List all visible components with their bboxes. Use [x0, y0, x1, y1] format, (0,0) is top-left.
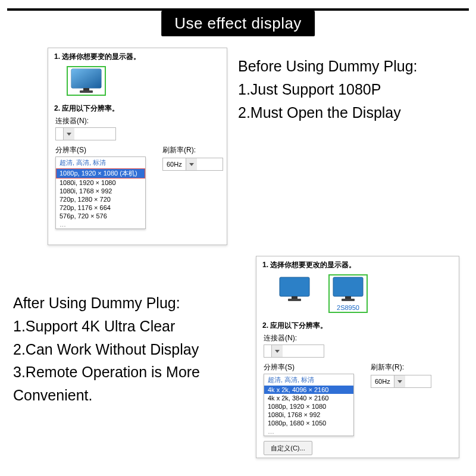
adapter-label: 连接器(N): [264, 333, 453, 343]
before-bullet: 2.Must Open the Display [238, 101, 458, 124]
svg-rect-6 [288, 299, 301, 301]
display-thumbnail-2[interactable]: 2S8950 [330, 276, 366, 311]
list-item[interactable]: 4k x 2k, 4096 × 2160 [264, 386, 353, 394]
list-item[interactable]: … [264, 427, 353, 436]
svg-rect-9 [342, 299, 355, 301]
list-item[interactable]: 720p, 1176 × 664 [56, 203, 145, 212]
display-thumbnail-1[interactable] [68, 68, 104, 94]
adapter-combobox[interactable] [264, 345, 324, 358]
chevron-down-icon [271, 345, 283, 357]
list-item[interactable]: 576p, 720 × 576 [56, 212, 145, 220]
monitor-icon [278, 276, 311, 302]
list-item[interactable]: 1080i, 1920 × 1080 [56, 178, 145, 187]
resolution-label: 分辨率(S) [55, 145, 140, 155]
refresh-label: 刷新率(R): [162, 145, 217, 155]
resolution-listbox[interactable]: 超清, 高清, 标清 4k x 2k, 4096 × 2160 4k x 2k,… [264, 374, 354, 436]
list-item[interactable]: 1080i, 1768 × 992 [264, 411, 353, 419]
chevron-down-icon [186, 158, 197, 170]
list-item[interactable]: 1080i, 1768 × 992 [56, 187, 145, 195]
refresh-value: 60Hz [371, 378, 394, 385]
adapter-label: 连接器(N): [55, 116, 221, 126]
refresh-value: 60Hz [163, 161, 186, 168]
chevron-down-icon [394, 375, 405, 387]
monitor-icon [70, 68, 102, 94]
list-item[interactable]: 1080p, 1680 × 1050 [264, 419, 353, 427]
svg-rect-8 [345, 296, 351, 299]
list-item[interactable]: 4k x 2k, 3840 × 2160 [264, 394, 353, 402]
refresh-combobox[interactable]: 60Hz [371, 375, 431, 388]
before-heading: Before Using Dummy Plug: [238, 55, 458, 78]
step-2-label: 2. 应用以下分辨率。 [262, 321, 453, 331]
display-thumbnail-1[interactable] [277, 276, 312, 311]
resolution-listbox[interactable]: 超清, 高清, 标清 1080p, 1920 × 1080 (本机) 1080i… [55, 156, 146, 229]
step-1-label: 1. 选择你想要变的显示器。 [54, 52, 221, 62]
refresh-label: 刷新率(R): [371, 362, 425, 372]
svg-rect-1 [71, 69, 101, 88]
list-header: 超清, 高清, 标清 [56, 157, 145, 168]
display-caption: 2S8950 [330, 304, 366, 311]
monitor-icon [332, 276, 364, 302]
step-2-label: 2. 应用以下分辨率。 [54, 104, 221, 114]
list-header: 超清, 高清, 标清 [264, 374, 353, 386]
step-1-label: 1. 选择你想要更改的显示器。 [262, 260, 453, 270]
list-item[interactable]: … [56, 220, 145, 228]
after-bullet: 1.Support 4K Ultra Clear [13, 315, 239, 338]
custom-button[interactable]: 自定义(C)... [264, 441, 312, 455]
before-panel: 1. 选择你想要变的显示器。 2. 应用以下分辨率。 连接器(N): 分辨率(S… [48, 48, 227, 245]
after-bullet: 2.Can Work Without Display [13, 338, 239, 361]
resolution-label: 分辨率(S) [264, 362, 348, 372]
section-title: Use effect display [161, 11, 315, 36]
after-panel: 1. 选择你想要更改的显示器。 2S8950 2. 应用以下分辨率。 连接器(N… [256, 256, 459, 458]
before-description: Before Using Dummy Plug: 1.Just Support … [238, 55, 458, 124]
svg-rect-4 [280, 277, 309, 296]
chevron-down-icon [63, 128, 74, 140]
before-bullet: 1.Just Support 1080P [238, 78, 458, 101]
after-heading: After Using Dummy Plug: [13, 292, 239, 315]
list-item[interactable]: 1080p, 1920 × 1080 [264, 402, 353, 411]
after-bullet: 3.Remote Operation is More Convenient. [13, 361, 239, 407]
after-description: After Using Dummy Plug: 1.Support 4K Ult… [13, 292, 239, 407]
list-item[interactable]: 1080p, 1920 × 1080 (本机) [56, 168, 145, 178]
svg-rect-3 [80, 90, 93, 93]
svg-rect-2 [83, 88, 89, 90]
svg-rect-7 [333, 277, 363, 296]
list-item[interactable]: 720p, 1280 × 720 [56, 195, 145, 203]
svg-rect-5 [292, 296, 298, 299]
adapter-combobox[interactable] [55, 127, 116, 140]
refresh-combobox[interactable]: 60Hz [162, 158, 223, 171]
